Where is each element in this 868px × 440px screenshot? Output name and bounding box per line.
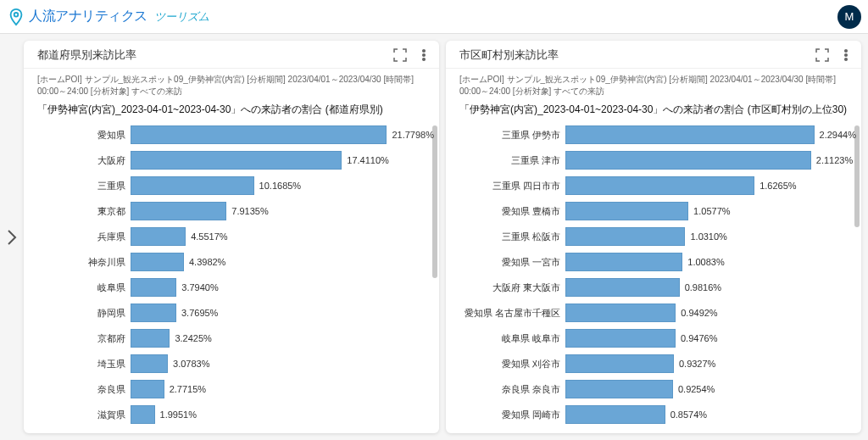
chart-row: 兵庫県4.5517% [29, 224, 434, 249]
row-value: 0.9492% [681, 308, 717, 318]
row-value: 0.9476% [681, 333, 717, 343]
row-bar [131, 202, 226, 220]
row-bar [565, 125, 815, 144]
chart-row: 愛知県21.7798% [29, 122, 434, 148]
more-menu-icon[interactable] [839, 48, 853, 62]
row-value: 0.8574% [670, 409, 707, 420]
row-bar-wrap: 3.7695% [131, 304, 434, 322]
row-bar [565, 227, 685, 246]
chart-row: 奈良県 奈良市0.9254% [451, 376, 856, 402]
row-label: 岐阜県 岐阜市 [451, 332, 565, 345]
svg-point-1 [423, 50, 426, 53]
chart-row: 奈良県2.7715% [29, 376, 434, 402]
row-value: 1.0577% [693, 206, 730, 216]
chart-row: 大阪府17.4110% [29, 148, 434, 173]
open-sidebar-button[interactable] [0, 34, 24, 440]
row-bar-wrap: 2.1123% [565, 151, 856, 170]
row-bar [131, 125, 387, 144]
row-value: 0.9254% [678, 384, 715, 394]
row-bar-wrap: 0.8574% [565, 405, 856, 424]
row-value: 2.1123% [816, 155, 853, 165]
row-bar-wrap: 3.7940% [131, 278, 434, 297]
row-label: 岐阜県 [29, 281, 131, 294]
row-bar-wrap: 10.1685% [131, 176, 434, 195]
row-bar-wrap: 3.0783% [131, 354, 434, 373]
chart-row: 愛知県 刈谷市0.9327% [451, 351, 856, 376]
row-label: 三重県 松阪市 [451, 231, 565, 243]
row-bar [565, 278, 680, 297]
panel-title: 市区町村別来訪比率 [459, 47, 559, 63]
row-bar [131, 405, 155, 424]
chart-row: 三重県 津市2.1123% [451, 148, 856, 173]
row-bar [131, 354, 168, 373]
row-label: 大阪府 [29, 154, 131, 167]
row-label: 埼玉県 [29, 358, 131, 370]
row-label: 三重県 伊勢市 [451, 129, 565, 142]
row-bar [131, 329, 170, 348]
chart-row: 大阪府 東大阪市0.9816% [451, 275, 856, 300]
chart-row: 静岡県3.7695% [29, 300, 434, 326]
row-bar [565, 253, 682, 271]
row-value: 4.5517% [191, 231, 227, 242]
row-label: 東京都 [29, 205, 131, 218]
logo-pin-icon [7, 8, 25, 26]
chevron-right-icon [7, 229, 17, 246]
row-value: 3.2425% [175, 333, 211, 343]
fullscreen-icon[interactable] [393, 48, 407, 62]
row-bar [565, 176, 754, 195]
row-value: 3.0783% [173, 359, 209, 369]
row-label: 京都府 [29, 332, 131, 345]
chart-row: 三重県 松阪市1.0310% [451, 224, 856, 249]
row-bar-wrap: 0.9816% [565, 278, 856, 297]
row-bar-wrap: 1.0577% [565, 202, 856, 220]
row-label: 愛知県 名古屋市千種区 [451, 307, 565, 320]
row-bar-wrap: 4.5517% [131, 227, 434, 246]
svg-point-2 [423, 54, 426, 57]
app-logo: 人流アナリティクス ツーリズム [7, 8, 209, 26]
user-avatar[interactable]: M [837, 5, 861, 29]
row-bar [131, 304, 176, 322]
row-bar-wrap: 1.0083% [565, 253, 856, 271]
panel-header: 市区町村別来訪比率 [446, 41, 861, 69]
chart-row: 岐阜県3.7940% [29, 275, 434, 300]
row-label: 愛知県 一宮市 [451, 256, 565, 269]
row-bar-wrap: 7.9135% [131, 202, 434, 220]
row-bar-wrap: 2.7715% [131, 380, 434, 398]
row-bar-wrap: 0.9327% [565, 354, 856, 373]
row-bar [565, 380, 673, 398]
panel-city-visit-ratio: 市区町村別来訪比率 [ホームPOI] サンプル_観光スポット09_伊勢神宮(内宮… [446, 41, 861, 433]
row-bar [131, 151, 342, 170]
row-value: 21.7798% [392, 130, 434, 140]
row-value: 4.3982% [189, 257, 225, 267]
panel-prefecture-visit-ratio: 都道府県別来訪比率 [ホームPOI] サンプル_観光スポット09_伊勢神宮(内宮… [24, 41, 439, 433]
chart-row: 神奈川県4.3982% [29, 249, 434, 275]
row-value: 2.2944% [820, 130, 856, 140]
chart-row: 岐阜県 岐阜市0.9476% [451, 326, 856, 351]
row-bar [131, 278, 176, 297]
row-value: 0.9816% [685, 282, 721, 292]
row-bar [565, 405, 665, 424]
row-label: 愛知県 刈谷市 [451, 358, 565, 370]
row-bar [565, 354, 674, 373]
row-bar-wrap: 0.9492% [565, 304, 856, 322]
chart-body: 愛知県21.7798%大阪府17.4110%三重県10.1685%東京都7.91… [24, 122, 439, 433]
panel-filter-summary: [ホームPOI] サンプル_観光スポット09_伊勢神宮(内宮) [分析期間] 2… [24, 69, 439, 99]
chart-row: 東京都7.9135% [29, 198, 434, 224]
svg-point-5 [845, 54, 848, 57]
row-bar-wrap: 4.3982% [131, 253, 434, 271]
row-label: 兵庫県 [29, 231, 131, 243]
panel-filter-summary: [ホームPOI] サンプル_観光スポット09_伊勢神宮(内宮) [分析期間] 2… [446, 69, 861, 99]
row-bar-wrap: 0.9476% [565, 329, 856, 348]
row-label: 大阪府 東大阪市 [451, 281, 565, 294]
more-menu-icon[interactable] [417, 48, 431, 62]
row-label: 三重県 [29, 180, 131, 192]
row-bar-wrap: 3.2425% [131, 329, 434, 348]
fullscreen-icon[interactable] [815, 48, 829, 62]
row-bar [565, 304, 676, 322]
panel-title: 都道府県別来訪比率 [37, 47, 136, 63]
svg-point-0 [14, 12, 19, 16]
row-value: 1.6265% [760, 181, 796, 191]
row-bar-wrap: 1.9951% [131, 405, 434, 424]
chart-row: 三重県 四日市市1.6265% [451, 173, 856, 198]
logo-text-main: 人流アナリティクス [29, 8, 147, 25]
